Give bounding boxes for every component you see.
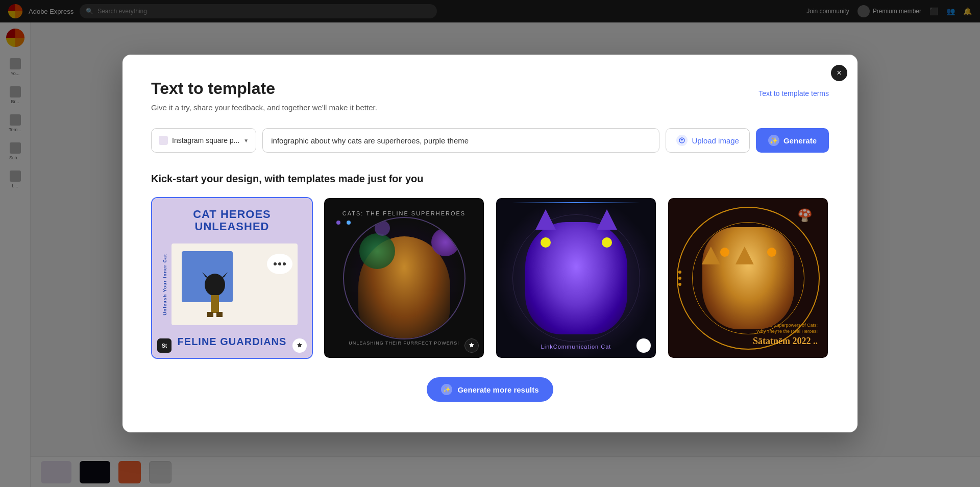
prompt-input-wrapper[interactable]: [262, 128, 659, 153]
upload-image-label: Upload image: [692, 136, 739, 145]
card1-background: CAT HEROES UNLEASHED Unleash Your Inner …: [152, 198, 312, 358]
card3-badge: [636, 338, 651, 353]
generate-more-button[interactable]: ✨ Generate more results: [427, 377, 553, 402]
card2-title: CATS: THE FELINE SUPERHEROES: [342, 210, 465, 216]
instagram-icon: [159, 136, 168, 145]
svg-rect-5: [207, 312, 213, 317]
card4-year-value: 2022: [793, 336, 811, 346]
card1-center-image: [172, 243, 298, 325]
template-card-2[interactable]: CATS: THE FELINE SUPERHEROES UNLEASHING: [323, 197, 485, 359]
terms-link[interactable]: Text to template terms: [758, 89, 829, 98]
card1-side-text: Unleash Your Inner Cat: [162, 254, 167, 315]
generate-more-icon: ✨: [441, 384, 452, 395]
card1-badge-left: St: [157, 338, 172, 353]
search-row: Instagram square p... ▼ Upload image ✨ G…: [151, 128, 829, 153]
modal-subtitle: Give it a try, share your feedback, and …: [151, 103, 829, 112]
templates-grid: CAT HEROES UNLEASHED Unleash Your Inner …: [151, 197, 829, 359]
modal-title: Text to template: [151, 79, 829, 98]
svg-point-1: [205, 274, 225, 296]
generate-more-wrapper: ✨ Generate more results: [151, 377, 829, 402]
card3-background: LinkCommunication Cat: [496, 198, 656, 358]
generate-more-label: Generate more results: [457, 385, 538, 394]
section-heading: Kick-start your design, with templates m…: [151, 173, 829, 185]
card1-title-bottom: FELINE GUARDIANS: [178, 336, 287, 348]
template-card-4[interactable]: 🍄 Unleash the Superpowers of Cats: Why T…: [667, 197, 829, 359]
card2-background: CATS: THE FELINE SUPERHEROES UNLEASHING: [324, 198, 484, 358]
generate-button[interactable]: ✨ Generate: [756, 128, 829, 153]
card1-badge-right: [292, 338, 307, 353]
template-card-1[interactable]: CAT HEROES UNLEASHED Unleash Your Inner …: [151, 197, 313, 359]
upload-icon: [676, 135, 688, 146]
format-selector[interactable]: Instagram square p... ▼: [151, 128, 256, 153]
card2-badge: [464, 338, 479, 353]
upload-image-button[interactable]: Upload image: [666, 128, 750, 153]
modal-close-button[interactable]: ×: [831, 65, 847, 81]
card4-subtitle: Why They're the Real Heroes!: [748, 328, 818, 335]
generate-icon: ✨: [768, 135, 779, 146]
generate-label: Generate: [783, 136, 817, 145]
chevron-down-icon: ▼: [243, 138, 249, 143]
prompt-input[interactable]: [271, 136, 651, 145]
card1-middle: Unleash Your Inner Cat: [162, 243, 302, 325]
text-to-template-modal: × Text to template terms Text to templat…: [122, 55, 857, 432]
card3-bottom-text: LinkCommunication Cat: [496, 344, 656, 350]
purple-decorations: [334, 218, 353, 229]
card4-stylized-text: Sātatnēm: [753, 336, 793, 346]
svg-marker-3: [221, 272, 228, 278]
svg-rect-6: [216, 312, 223, 317]
speech-bubble: [267, 254, 292, 274]
svg-marker-2: [202, 272, 209, 278]
svg-rect-4: [211, 295, 219, 313]
format-label: Instagram square p...: [172, 136, 239, 144]
card4-background: 🍄 Unleash the Superpowers of Cats: Why T…: [668, 198, 828, 358]
card2-subtitle: UNLEASHING THEIR FURRFECT POWERS!: [324, 340, 484, 346]
card1-title-top: CAT HEROES UNLEASHED: [162, 208, 302, 233]
template-card-3[interactable]: LinkCommunication Cat: [495, 197, 657, 359]
card4-year: Sātatnēm 2022 ..: [748, 335, 818, 348]
card4-ornament: 🍄: [797, 208, 813, 223]
